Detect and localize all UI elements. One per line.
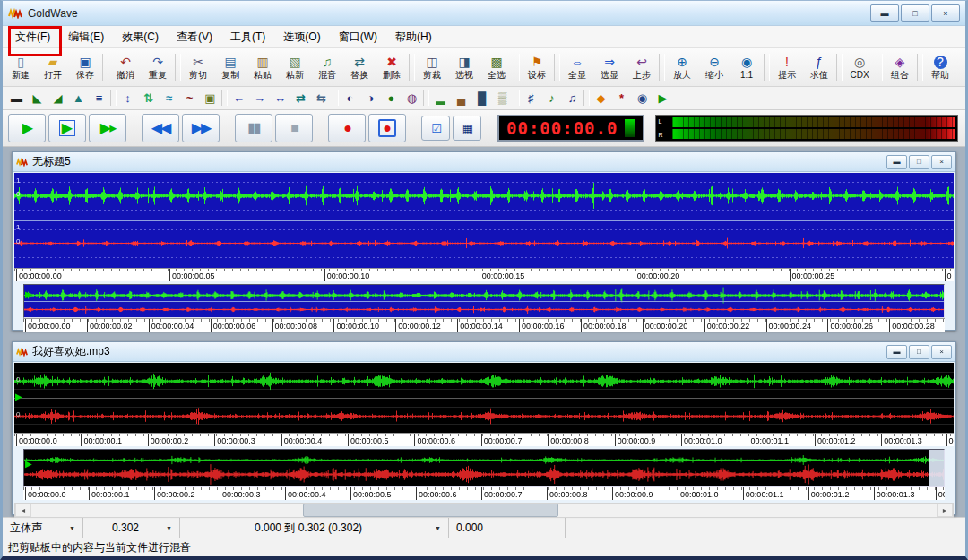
scroll-right-button[interactable]: ► <box>937 504 953 517</box>
child-title-bar[interactable]: 无标题5 ▬□× <box>13 152 955 172</box>
delete-button[interactable]: ✖删除 <box>376 51 408 84</box>
record-button[interactable]: ● <box>328 114 366 142</box>
fast-forward-button[interactable]: ▶▶ <box>182 114 220 142</box>
effect-tool-22-icon[interactable]: ◍ <box>402 89 422 108</box>
effect-tool-35-icon[interactable]: ◉ <box>632 89 653 108</box>
menu-item-5[interactable]: 工具(T) <box>221 26 274 48</box>
overview-time-ruler[interactable]: 00:00:00.0000:00:00.0200:00:00.0400:00:0… <box>23 318 945 332</box>
record-loop-button[interactable]: ● <box>368 114 406 142</box>
effect-tool-5-icon[interactable]: ≡ <box>89 89 109 108</box>
zoom-out-button[interactable]: ⊖缩小 <box>698 51 730 84</box>
pause-button[interactable]: ▮▮ <box>235 114 272 142</box>
play-button[interactable]: ▶ <box>8 114 46 142</box>
play-fast-button[interactable]: ▶▸ <box>89 114 126 142</box>
replace-button[interactable]: ⇄替换 <box>343 51 376 84</box>
effect-tool-14-icon[interactable]: → <box>249 89 270 108</box>
effect-tool-26-icon[interactable]: █ <box>471 89 492 108</box>
effect-tool-27-icon[interactable]: ▒ <box>492 89 513 108</box>
playback-position-marker[interactable]: ▶ <box>15 392 22 401</box>
effect-tool-8-icon[interactable]: ⇅ <box>138 89 159 108</box>
effect-tool-3-icon[interactable]: ◢ <box>48 89 68 108</box>
effect-tool-11-icon[interactable]: ▣ <box>200 89 220 108</box>
effect-tool-17-icon[interactable]: ⇆ <box>311 89 332 108</box>
effect-tool-25-icon[interactable]: ▄ <box>451 89 471 108</box>
scrollbar-thumb[interactable] <box>303 504 558 517</box>
effect-tool-33-icon[interactable]: ◆ <box>591 89 611 108</box>
expression-button[interactable]: ƒ求值 <box>803 51 835 84</box>
effect-tool-24-icon[interactable]: ▂ <box>430 89 451 108</box>
copy-button[interactable]: ▤复制 <box>214 51 246 84</box>
document-window-mp3[interactable]: 我好喜欢她.mp3 ▬□× ▶ 00 00:00:00.000:00:00.10… <box>12 341 956 515</box>
time-ruler[interactable]: 00:00:00.000:00:00.100:00:00.200:00:00.3… <box>14 433 954 446</box>
playback-position-marker[interactable]: ▶ <box>25 460 32 469</box>
effect-tool-10-icon[interactable]: ~ <box>179 89 200 108</box>
play-selection-button[interactable]: ▶ <box>48 114 86 142</box>
effect-tool-34-icon[interactable]: * <box>611 89 632 108</box>
effect-tool-16-icon[interactable]: ⇄ <box>290 89 311 108</box>
redo-button[interactable]: ↷重复 <box>142 51 174 84</box>
child-minimize-button[interactable]: ▬ <box>886 155 907 169</box>
overview-canvas[interactable] <box>24 285 944 317</box>
preset-group-button[interactable]: ◈组合 <box>884 51 916 84</box>
menu-item-2[interactable]: 编辑(E) <box>59 26 113 48</box>
cdx-button[interactable]: ◎CDX <box>843 51 876 84</box>
overview-canvas[interactable] <box>24 450 944 486</box>
mix-button[interactable]: ♫混音 <box>311 51 343 84</box>
effect-tool-9-icon[interactable]: ≈ <box>159 89 179 108</box>
stop-button[interactable]: ■ <box>275 114 313 142</box>
effect-tool-20-icon[interactable]: ◑ <box>360 89 381 108</box>
cut-button[interactable]: ✂剪切 <box>182 51 214 84</box>
set-marker-button[interactable]: ⚑设标 <box>521 51 553 84</box>
child-close-button[interactable]: × <box>931 345 952 359</box>
document-window-untitled5[interactable]: 无标题5 ▬□× 1010 00:00:00.0000:00:00.0500:0… <box>12 151 956 331</box>
time-ruler[interactable]: 00:00:00.0000:00:00.0500:00:00.1000:00:0… <box>14 268 954 281</box>
position-field[interactable]: 0.000 <box>449 518 566 538</box>
child-restore-button[interactable]: □ <box>909 155 929 169</box>
effect-tool-13-icon[interactable]: ← <box>229 89 249 108</box>
undo-button[interactable]: ↶撤消 <box>109 51 142 84</box>
effect-tool-15-icon[interactable]: ↔ <box>270 89 290 108</box>
waveform-canvas[interactable] <box>14 173 954 268</box>
scrollbar-track[interactable] <box>31 504 937 517</box>
show-selection-button[interactable]: ⇒选显 <box>593 51 626 84</box>
zoom-in-button[interactable]: ⊕放大 <box>666 51 698 84</box>
previous-zoom-button[interactable]: ↩上步 <box>626 51 658 84</box>
length-select[interactable]: 0.302 ▼ <box>83 518 180 538</box>
effect-tool-31-icon[interactable]: ♫ <box>562 89 583 108</box>
title-bar[interactable]: GoldWave ▬□× <box>3 1 965 26</box>
scroll-left-button[interactable]: ◄ <box>15 504 31 517</box>
effect-tool-1-icon[interactable]: ▬ <box>6 89 27 108</box>
overview-time-ruler[interactable]: 00:00:00.000:00:00.100:00:00.200:00:00.3… <box>23 487 945 500</box>
effect-tool-19-icon[interactable]: ◐ <box>340 89 360 108</box>
save-button[interactable]: ▣保存 <box>69 51 101 84</box>
playback-position-marker[interactable]: ▶ <box>25 290 32 299</box>
horizontal-scrollbar[interactable]: ◄ ► <box>14 503 954 518</box>
child-minimize-button[interactable]: ▬ <box>886 345 907 359</box>
minimize-button[interactable]: ▬ <box>870 4 899 22</box>
child-close-button[interactable]: × <box>931 155 952 169</box>
visual-properties-button[interactable]: ▦ <box>453 116 481 141</box>
menu-item-6[interactable]: 选项(O) <box>274 26 329 48</box>
cue-points-button[interactable]: !提示 <box>771 51 803 84</box>
menu-item-3[interactable]: 效果(C) <box>113 26 168 48</box>
effect-tool-2-icon[interactable]: ◣ <box>27 89 48 108</box>
close-button[interactable]: × <box>931 4 960 22</box>
open-button[interactable]: ▰打开 <box>37 51 69 84</box>
select-all-button[interactable]: ▩全选 <box>480 51 513 84</box>
help-button[interactable]: ?帮助 <box>924 51 956 84</box>
new-button[interactable]: ▯新建 <box>4 51 37 84</box>
waveform-canvas[interactable] <box>14 363 954 433</box>
child-title-bar[interactable]: 我好喜欢她.mp3 ▬□× <box>13 342 955 362</box>
paste-button[interactable]: ▥粘贴 <box>246 51 279 84</box>
menu-item-1[interactable]: 文件(F) <box>6 26 59 48</box>
select-view-button[interactable]: ◨选视 <box>448 51 480 84</box>
effect-tool-29-icon[interactable]: ♯ <box>521 89 541 108</box>
menu-item-4[interactable]: 查看(V) <box>168 26 221 48</box>
maximize-button[interactable]: □ <box>901 4 929 22</box>
paste-new-button[interactable]: ▧粘新 <box>279 51 311 84</box>
effect-tool-4-icon[interactable]: ▲ <box>68 89 89 108</box>
selection-range-select[interactable]: 0.000 到 0.302 (0.302) ▼ <box>180 518 449 538</box>
channel-mode-select[interactable]: 立体声 ▼ <box>3 518 83 538</box>
effect-tool-21-icon[interactable]: ● <box>381 89 402 108</box>
rewind-button[interactable]: ◀◀ <box>142 114 179 142</box>
